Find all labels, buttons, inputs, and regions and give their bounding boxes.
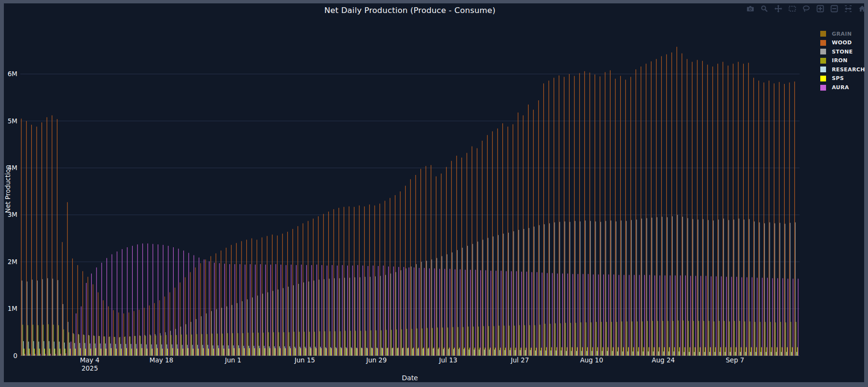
legend-item-iron[interactable]: IRON	[820, 58, 865, 64]
bar-sps	[582, 347, 583, 356]
bar-research	[664, 351, 664, 356]
legend-item-wood[interactable]: WOOD	[820, 40, 865, 46]
bar-wood	[528, 105, 529, 356]
bar-sps	[362, 348, 362, 356]
bar-aura	[142, 243, 143, 356]
bar-sps	[85, 348, 86, 356]
bar-stone	[544, 224, 544, 356]
bar-stone	[718, 220, 719, 356]
box-select-icon[interactable]	[788, 5, 796, 13]
bar-research	[781, 352, 782, 356]
bar-iron	[371, 330, 371, 356]
bar-stone	[432, 259, 432, 356]
bar-iron	[268, 332, 269, 356]
bar-iron	[483, 326, 484, 356]
bar-stone	[180, 327, 181, 356]
bar-wood	[154, 303, 155, 356]
bar-stone	[647, 218, 647, 356]
bar-sps	[756, 347, 757, 356]
bar-stone	[462, 248, 462, 356]
legend-item-grain[interactable]: GRAIN	[820, 31, 865, 37]
legend-item-sps[interactable]: SPS	[820, 76, 865, 81]
bar-iron	[289, 332, 289, 356]
bar-sps	[413, 347, 414, 356]
bar-sps	[270, 348, 270, 356]
bar-research	[668, 351, 669, 356]
camera-icon[interactable]	[746, 5, 754, 13]
bar-sps	[111, 348, 111, 356]
bar-iron	[468, 327, 468, 356]
bar-wood	[359, 205, 360, 356]
bar-iron	[442, 328, 443, 356]
bar-sps	[623, 347, 624, 356]
bar-stone	[508, 233, 509, 356]
bar-stone	[201, 316, 202, 356]
bar-iron	[663, 321, 663, 356]
bar-sps	[633, 347, 634, 356]
bar-aura	[367, 266, 368, 356]
bar-sps	[95, 348, 96, 356]
bar-aura	[347, 266, 348, 356]
zoom-icon[interactable]	[760, 5, 768, 13]
bar-stone	[155, 334, 155, 356]
bar-research	[648, 351, 649, 356]
bar-aura	[613, 275, 614, 356]
bar-iron	[780, 322, 781, 356]
bar-sps	[336, 348, 337, 356]
bar-stone	[729, 220, 729, 356]
zoom-in-icon[interactable]	[816, 5, 824, 13]
bar-iron	[350, 331, 351, 356]
bar-aura	[281, 265, 281, 356]
bar-aura	[209, 261, 209, 356]
bar-sps	[572, 347, 572, 356]
bar-iron	[319, 331, 320, 356]
bar-stone	[22, 280, 22, 356]
lasso-select-icon[interactable]	[802, 5, 810, 13]
x-tick-year-label: 2025	[81, 364, 98, 372]
bar-research	[797, 352, 797, 356]
bar-iron	[166, 335, 166, 356]
bar-sps	[70, 348, 70, 356]
autoscale-icon[interactable]	[844, 5, 852, 13]
reset-axes-icon[interactable]	[858, 5, 866, 13]
zoom-out-icon[interactable]	[830, 5, 838, 13]
bar-aura	[127, 247, 127, 356]
bar-wood	[200, 263, 201, 356]
bar-research	[617, 351, 618, 356]
bar-research	[586, 351, 587, 356]
bar-iron	[463, 327, 463, 356]
bar-aura	[327, 266, 327, 356]
bar-aura	[670, 275, 670, 356]
bar-research	[709, 352, 710, 356]
bar-wood	[113, 310, 114, 356]
pan-icon[interactable]	[774, 5, 782, 13]
bar-wood	[625, 80, 626, 356]
bar-aura	[660, 275, 660, 356]
bar-stone	[698, 220, 698, 356]
legend-item-research[interactable]: RESEARCH	[820, 67, 865, 72]
bar-research	[694, 352, 694, 356]
bar-wood	[344, 207, 344, 356]
bar-iron	[23, 325, 23, 356]
bar-research	[131, 344, 131, 356]
bar-stone	[493, 237, 493, 356]
bar-aura	[163, 245, 163, 356]
legend-item-aura[interactable]: AURA	[820, 85, 865, 91]
bar-research	[279, 347, 280, 356]
bar-wood	[41, 122, 42, 356]
bar-sps	[372, 348, 373, 356]
bar-iron	[401, 329, 402, 356]
bar-iron	[652, 321, 653, 356]
bar-research	[791, 352, 792, 356]
legend-item-stone[interactable]: STONE	[820, 49, 865, 54]
bar-wood	[400, 191, 400, 356]
bar-research	[336, 347, 336, 356]
bar-stone	[150, 334, 150, 356]
bar-sps	[321, 348, 321, 356]
bar-wood	[226, 248, 226, 356]
bar-iron	[791, 322, 791, 356]
bar-research	[371, 347, 372, 356]
bar-research	[54, 342, 54, 356]
bar-wood	[446, 167, 447, 356]
bar-iron	[714, 321, 714, 356]
